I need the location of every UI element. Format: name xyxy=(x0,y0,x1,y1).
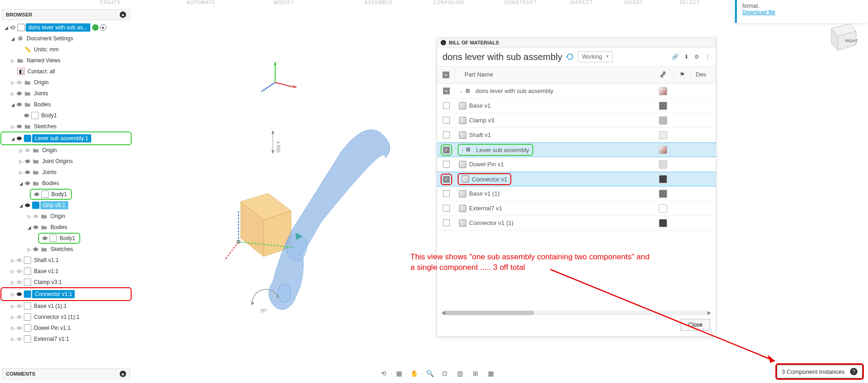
bom-row-connector[interactable]: Connector v1 xyxy=(437,172,716,186)
tree-grip-body1[interactable]: Body1 xyxy=(2,233,130,244)
tree-grip-sketches[interactable]: ▷ Sketches xyxy=(2,244,130,255)
tree-grip-origin[interactable]: ▷ Origin xyxy=(2,211,130,222)
tree-named-views[interactable]: ▷ Named Views xyxy=(2,55,130,66)
expand-icon[interactable]: ▷ xyxy=(27,213,32,219)
menu-inspect[interactable]: INSPECT xyxy=(570,0,593,5)
chevron-right-icon[interactable]: › xyxy=(462,148,463,153)
visibility-icon[interactable] xyxy=(32,246,39,253)
collapse-icon[interactable] xyxy=(441,40,446,45)
tree-bodies[interactable]: ◢ Bodies xyxy=(2,99,130,110)
visibility-icon[interactable] xyxy=(9,24,17,31)
bom-mode-select[interactable]: Working ▼ xyxy=(578,51,613,62)
expand-icon[interactable]: ◢ xyxy=(18,181,24,186)
menu-construct[interactable]: CONSTRUCT xyxy=(504,0,537,5)
visibility-icon[interactable] xyxy=(23,112,30,119)
visibility-icon[interactable] xyxy=(16,290,23,298)
activate-icon[interactable] xyxy=(100,24,106,31)
refresh-icon[interactable] xyxy=(566,53,574,61)
help-icon[interactable]: ? xyxy=(850,368,857,375)
orbit-icon[interactable]: ⟲ xyxy=(379,368,389,378)
look-at-icon[interactable]: ▦ xyxy=(394,368,404,378)
visibility-icon[interactable] xyxy=(32,213,39,220)
bom-row-connector2[interactable]: Connector v1 (1) xyxy=(437,216,716,230)
fit-icon[interactable]: ⊡ xyxy=(440,368,450,378)
expand-icon[interactable]: ▷ xyxy=(27,246,32,252)
visibility-icon[interactable] xyxy=(32,224,39,231)
tree-body1[interactable]: Body1 xyxy=(2,110,130,121)
grid-icon[interactable]: ⊞ xyxy=(470,368,481,378)
scroll-right-icon[interactable]: ▶ xyxy=(708,310,711,315)
row-checkbox[interactable] xyxy=(443,88,450,94)
tree-root[interactable]: ◢ dons lever with sub as... xyxy=(2,22,130,33)
tree-dowel[interactable]: ▷ Dowel Pin v1:1 xyxy=(2,323,130,334)
visibility-icon[interactable] xyxy=(33,191,40,198)
viewport-3d[interactable]: 4.955 90° xyxy=(216,60,422,325)
select-all-checkbox[interactable] xyxy=(442,71,449,78)
expand-icon[interactable]: ▷ xyxy=(10,124,16,129)
tree-sub-body1[interactable]: Body1 xyxy=(2,189,130,200)
expand-icon[interactable]: ▷ xyxy=(10,80,16,85)
browser-header[interactable]: BROWSER ● xyxy=(2,9,130,20)
display-icon[interactable]: ▥ xyxy=(455,368,465,378)
visibility-icon[interactable] xyxy=(16,135,23,142)
bom-row-root[interactable]: ⌄⊞dons lever with sub assembly xyxy=(437,84,716,98)
visibility-icon[interactable] xyxy=(16,302,23,310)
menu-assemble[interactable]: ASSEMBLE xyxy=(365,0,393,5)
visibility-icon[interactable] xyxy=(24,169,31,176)
visibility-icon[interactable] xyxy=(24,147,31,154)
menu-insert[interactable]: INSERT xyxy=(624,0,643,5)
bom-row-external[interactable]: External7 v1 xyxy=(437,201,716,216)
bom-row-base[interactable]: Base v1 xyxy=(437,98,716,113)
visibility-icon[interactable] xyxy=(16,79,23,86)
tree-joint-origins[interactable]: ▷ Joint Origins xyxy=(2,156,130,167)
row-checkbox[interactable] xyxy=(443,131,450,138)
tree-external[interactable]: ▷ External7 v1:1 xyxy=(2,334,130,345)
bom-row-shaft[interactable]: Shaft v1 xyxy=(437,128,716,142)
bom-row-lever-sub[interactable]: ›⊞Lever sub assembly xyxy=(437,142,716,157)
col-description[interactable]: Des xyxy=(692,66,716,83)
more-icon[interactable]: ⋮ xyxy=(705,54,710,60)
comments-header[interactable]: COMMENTS ● xyxy=(2,368,130,379)
menu-modify[interactable]: MODIFY xyxy=(274,0,294,5)
tree-connector[interactable]: ▷ Connector v1:1 xyxy=(2,289,130,300)
menu-select[interactable]: SELECT xyxy=(680,0,700,5)
menu-configure[interactable]: CONFIGURE xyxy=(433,0,465,5)
tree-contact[interactable]: ◧ Contact: all xyxy=(2,66,130,77)
visibility-icon[interactable] xyxy=(16,90,23,97)
visibility-icon[interactable] xyxy=(16,257,23,264)
row-checkbox[interactable] xyxy=(443,219,450,226)
row-checkbox[interactable] xyxy=(443,190,450,197)
collapse-icon[interactable]: ● xyxy=(120,11,126,18)
expand-icon[interactable]: ▷ xyxy=(10,336,16,342)
link-icon[interactable]: 🔗 xyxy=(672,54,679,60)
tree-clamp[interactable]: ▷ Clamp v3:1 xyxy=(2,277,130,288)
tree-joints[interactable]: ▷ Joints xyxy=(2,88,130,99)
row-checkbox[interactable] xyxy=(443,176,450,183)
row-checkbox[interactable] xyxy=(443,161,450,168)
visibility-icon[interactable] xyxy=(16,324,23,332)
pan-icon[interactable]: ✋ xyxy=(409,368,420,378)
expand-icon[interactable]: ◢ xyxy=(18,202,24,208)
tree-base[interactable]: ▷ Base v1:1 xyxy=(2,266,130,277)
view-cube[interactable]: RIGHT xyxy=(823,18,860,55)
expand-icon[interactable]: ▷ xyxy=(10,314,16,320)
expand-icon[interactable]: ▷ xyxy=(10,279,16,285)
tree-base2[interactable]: ▷ Base v1 (1):1 xyxy=(2,301,130,312)
col-part-name[interactable]: Part Name xyxy=(455,66,653,83)
visibility-icon[interactable] xyxy=(24,202,31,209)
tree-sub-origin[interactable]: ▷ Origin xyxy=(2,145,130,156)
visibility-icon[interactable] xyxy=(16,313,23,321)
visibility-icon[interactable] xyxy=(24,158,31,165)
expand-icon[interactable]: ◢ xyxy=(4,25,9,30)
visibility-icon[interactable] xyxy=(16,268,23,275)
visibility-icon[interactable] xyxy=(16,123,23,130)
tree-units[interactable]: 📏 Units: mm xyxy=(2,44,130,55)
expand-icon[interactable]: ◢ xyxy=(10,36,16,41)
expand-icon[interactable]: ▷ xyxy=(18,159,24,164)
menu-automate[interactable]: AUTOMATE xyxy=(187,0,216,5)
horizontal-scrollbar[interactable]: ◀ ▶ xyxy=(442,311,710,315)
visibility-icon[interactable] xyxy=(24,180,31,187)
expand-icon[interactable]: ▷ xyxy=(10,291,16,297)
tree-sub-joints[interactable]: ▷ Joints xyxy=(2,167,130,178)
expand-icon[interactable]: ▷ xyxy=(18,148,24,153)
